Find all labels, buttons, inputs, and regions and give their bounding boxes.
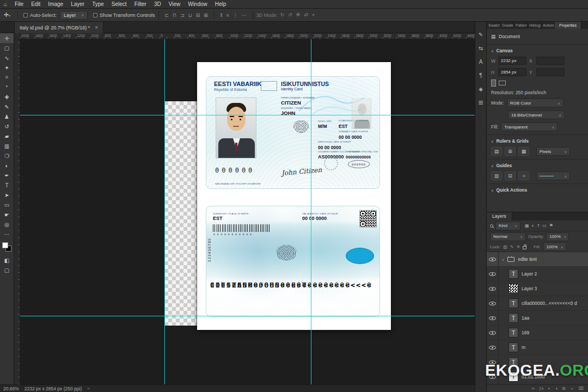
- layer-row[interactable]: T1aa: [487, 311, 588, 326]
- visibility-toggle[interactable]: [487, 326, 499, 340]
- distribute-space-icon[interactable]: ⋮: [233, 13, 238, 18]
- quick-actions-section-header[interactable]: ∨ Quick Actions: [491, 187, 584, 193]
- menu-item[interactable]: 3D: [150, 0, 165, 9]
- screen-mode-button[interactable]: ▢: [0, 265, 14, 275]
- toggle-guides-button[interactable]: ▥: [491, 171, 502, 180]
- align-center-h-icon[interactable]: ⊓: [173, 13, 176, 18]
- lock-transparency-icon[interactable]: ▨: [503, 244, 507, 249]
- 3d-slide-icon[interactable]: ⇄: [304, 12, 308, 18]
- color-swatches[interactable]: [0, 241, 14, 255]
- status-options-chevron[interactable]: >: [87, 386, 90, 391]
- visibility-toggle[interactable]: [487, 267, 499, 281]
- menu-item[interactable]: Edit: [27, 0, 44, 9]
- clear-guides-button[interactable]: ⌗: [518, 171, 529, 180]
- auto-select-target-dropdown[interactable]: Layer∨: [60, 11, 88, 20]
- menu-item[interactable]: Type: [88, 0, 108, 9]
- guides-section-header[interactable]: ∨ Guides: [491, 163, 584, 168]
- filter-pixel-layers-icon[interactable]: ▦: [525, 223, 529, 228]
- close-tab-icon[interactable]: ×: [95, 24, 98, 30]
- layer-row[interactable]: Tm: [487, 340, 588, 355]
- distribute-h-icon[interactable]: ‖: [220, 13, 223, 18]
- document-tab[interactable]: Italy id.psd @ 20.7% (RGB/16) * ×: [14, 22, 103, 33]
- clone-stamp-tool[interactable]: ♟: [0, 112, 14, 121]
- lock-guides-button[interactable]: ⊟: [505, 171, 516, 180]
- visibility-toggle[interactable]: [487, 296, 499, 310]
- text-layer-thumbnail[interactable]: T: [509, 298, 518, 308]
- 3d-scale-icon[interactable]: ⌖: [312, 12, 315, 18]
- blur-tool[interactable]: ❍: [0, 151, 14, 161]
- canvas-height-field[interactable]: 2854 px: [498, 68, 526, 76]
- path-selection-tool[interactable]: ➤: [0, 190, 14, 200]
- text-layer-thumbnail[interactable]: T: [509, 269, 518, 279]
- quick-selection-tool[interactable]: ✦: [0, 63, 14, 72]
- visibility-toggle[interactable]: [487, 252, 499, 266]
- opacity-field[interactable]: 100%∨: [546, 232, 569, 241]
- menu-item[interactable]: Filter: [131, 0, 150, 9]
- text-layer-thumbnail[interactable]: T: [509, 328, 518, 338]
- menu-item[interactable]: Layer: [67, 0, 88, 9]
- filter-shape-layers-icon[interactable]: ▭: [542, 223, 547, 228]
- canvas-width-field[interactable]: 2232 px: [498, 57, 526, 65]
- hand-tool[interactable]: ☛: [0, 210, 14, 219]
- menu-item[interactable]: View: [165, 0, 185, 9]
- visibility-toggle[interactable]: [487, 281, 499, 296]
- horizontal-ruler[interactable]: 2000180016001400120010008006004002000200…: [20, 33, 475, 39]
- menu-item[interactable]: Help: [211, 0, 230, 9]
- more-options-icon[interactable]: ⋯: [242, 13, 247, 18]
- menu-item[interactable]: Window: [184, 0, 211, 9]
- link-layers-icon[interactable]: ∞: [531, 386, 535, 391]
- menu-item[interactable]: Image: [44, 0, 67, 9]
- layer-row[interactable]: Layer 3: [487, 281, 588, 296]
- canvas-fill-dropdown[interactable]: Transparent∨: [501, 122, 558, 131]
- zoom-tool[interactable]: ◎: [0, 219, 14, 229]
- align-middle-icon[interactable]: ⊟: [196, 13, 200, 18]
- dodge-tool[interactable]: ◐: [0, 161, 14, 170]
- rulers-grids-section-header[interactable]: ∨ Rulers & Grids: [491, 138, 584, 144]
- horizontal-guide[interactable]: [20, 316, 475, 316]
- filter-kind-dropdown[interactable]: Kind∨: [495, 222, 520, 230]
- ruler-units-dropdown[interactable]: Pixels∨: [536, 147, 570, 156]
- quick-mask-button[interactable]: ◧: [0, 255, 14, 265]
- tab-properties[interactable]: Properties: [555, 22, 581, 29]
- tab-actions[interactable]: Actions: [541, 22, 555, 29]
- eyedropper-tool[interactable]: ❜: [0, 82, 14, 92]
- history-brush-tool[interactable]: ↺: [0, 121, 14, 131]
- crop-tool[interactable]: ⌗: [0, 72, 14, 82]
- group-expand-chevron-icon[interactable]: ∨: [502, 258, 504, 261]
- pen-tool[interactable]: ✒: [0, 170, 14, 180]
- auto-select-checkbox[interactable]: [23, 13, 28, 17]
- guide-style-dropdown[interactable]: ∨: [536, 171, 570, 180]
- align-bottom-icon[interactable]: ⊞: [204, 13, 208, 18]
- layer-row[interactable]: T169: [487, 326, 588, 340]
- text-layer-thumbnail[interactable]: T: [509, 313, 518, 323]
- toggle-pixel-grid-button[interactable]: ▦: [518, 147, 529, 156]
- tab-gradients[interactable]: Gradients: [500, 22, 514, 29]
- character-panel-icon[interactable]: A: [479, 59, 483, 65]
- layer-mask-icon[interactable]: ◐: [548, 386, 550, 391]
- gradient-tool[interactable]: ▥: [0, 141, 14, 151]
- brush-tool[interactable]: ✎: [0, 102, 14, 112]
- foreground-color-swatch[interactable]: [2, 242, 8, 248]
- landscape-orientation-button[interactable]: [499, 81, 506, 85]
- raster-layer-thumbnail[interactable]: [509, 284, 518, 293]
- visibility-toggle[interactable]: [487, 311, 499, 325]
- color-mode-dropdown[interactable]: RGB Color∨: [507, 99, 564, 107]
- lock-position-icon[interactable]: ✛: [516, 244, 520, 249]
- type-tool[interactable]: T: [0, 180, 14, 190]
- filter-adjustment-layers-icon[interactable]: ◐: [532, 223, 535, 228]
- bit-depth-dropdown[interactable]: 16 Bits/Channel∨: [508, 111, 565, 119]
- layer-row-group[interactable]: ∨edite text: [487, 252, 588, 267]
- portrait-orientation-button[interactable]: [491, 79, 496, 87]
- edit-toolbar-button[interactable]: ⋯: [0, 229, 14, 239]
- text-layer-thumbnail[interactable]: T: [509, 342, 518, 352]
- new-group-icon[interactable]: ⊞: [562, 386, 566, 391]
- canvas-section-header[interactable]: ∨ Canvas: [491, 48, 584, 53]
- toggle-rulers-button[interactable]: ▤: [491, 147, 502, 156]
- tab-histogram[interactable]: Histogram: [528, 22, 541, 29]
- tab-swatches[interactable]: Swatches: [487, 22, 500, 29]
- blend-mode-dropdown[interactable]: Normal∨: [490, 232, 526, 241]
- lock-pixels-icon[interactable]: ✎: [510, 244, 514, 249]
- tool-presets-panel-icon[interactable]: ⇆: [479, 45, 483, 51]
- vertical-ruler[interactable]: [14, 39, 20, 384]
- 3d-roll-icon[interactable]: ↺: [288, 12, 292, 18]
